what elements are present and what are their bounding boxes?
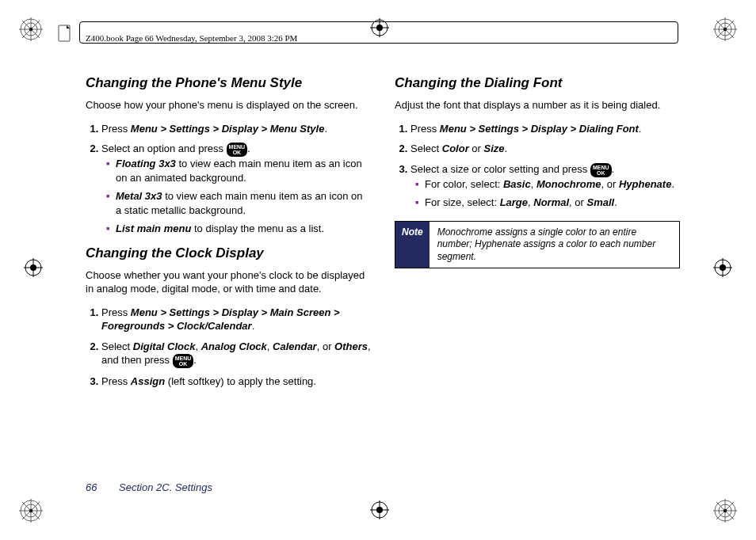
rosette-icon bbox=[19, 499, 43, 523]
para-clock: Choose whether you want your phone's clo… bbox=[86, 269, 371, 296]
list-item: Press Menu > Settings > Display > Dialin… bbox=[410, 122, 680, 136]
heading-menu-style: Changing the Phone's Menu Style bbox=[86, 75, 371, 91]
heading-dialing-font: Changing the Dialing Font bbox=[395, 75, 680, 91]
registration-mark-icon bbox=[370, 500, 389, 522]
registration-mark-icon bbox=[24, 258, 43, 280]
left-column: Changing the Phone's Menu Style Choose h… bbox=[86, 75, 371, 397]
section-label: Section 2C. Settings bbox=[119, 481, 212, 493]
note-body: Monochrome assigns a single color to an … bbox=[430, 222, 679, 268]
right-column: Changing the Dialing Font Adjust the fon… bbox=[395, 75, 680, 397]
page-footer: 66 Section 2C. Settings bbox=[86, 481, 212, 493]
rosette-icon bbox=[713, 499, 737, 523]
list-item: List main menu to display the menu as a … bbox=[106, 222, 371, 236]
para-menu-style: Choose how your phone's menu is displaye… bbox=[86, 99, 371, 112]
list-item: For size, select: Large, Normal, or Smal… bbox=[415, 196, 680, 210]
menu-ok-key-icon: MENUOK bbox=[227, 143, 248, 157]
list-item: For color, select: Basic, Monochrome, or… bbox=[415, 177, 680, 192]
list-item: Press Assign (left softkey) to apply the… bbox=[101, 375, 371, 389]
list-item: Select an option and press MENUOK. Float… bbox=[101, 142, 371, 235]
page-icon bbox=[57, 24, 73, 45]
page-number: 66 bbox=[86, 481, 97, 493]
registration-mark-icon bbox=[713, 258, 732, 280]
list-item: Press Menu > Settings > Display > Menu S… bbox=[101, 122, 371, 136]
list-item: Metal 3x3 to view each main menu item as… bbox=[106, 189, 371, 217]
menu-ok-key-icon: MENUOK bbox=[590, 163, 612, 177]
list-item: Floating 3x3 to view each main menu item… bbox=[106, 157, 371, 184]
header-bookline: Z400.book Page 66 Wednesday, September 3… bbox=[86, 33, 297, 43]
list-item: Select a size or color setting and press… bbox=[410, 162, 680, 210]
rosette-icon bbox=[19, 17, 43, 41]
list-item: Press Menu > Settings > Display > Main S… bbox=[101, 306, 371, 333]
menu-ok-key-icon: MENUOK bbox=[173, 354, 194, 368]
note-label: Note bbox=[395, 222, 430, 268]
heading-clock: Changing the Clock Display bbox=[86, 245, 371, 261]
para-dialing-font: Adjust the font that displays a number a… bbox=[395, 99, 680, 112]
list-item: Select Digital Clock, Analog Clock, Cale… bbox=[101, 340, 371, 368]
list-item: Select Color or Size. bbox=[410, 142, 680, 156]
note-box: Note Monochrome assigns a single color t… bbox=[395, 221, 680, 269]
rosette-icon bbox=[713, 17, 737, 41]
